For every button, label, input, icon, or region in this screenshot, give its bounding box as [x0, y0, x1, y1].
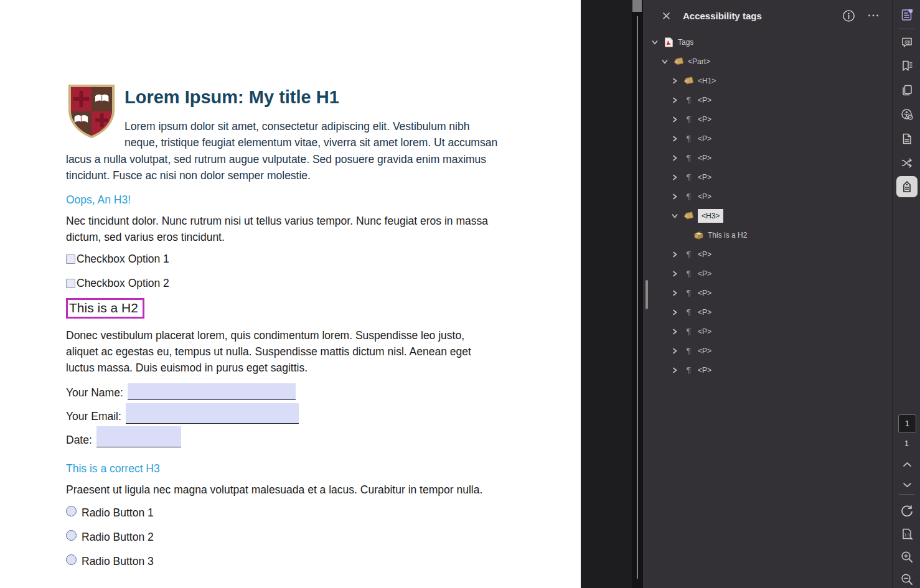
document-h3-correct: This is a correct H3 — [66, 461, 498, 476]
chevron-right-icon[interactable] — [670, 173, 679, 182]
radio-group: Radio Button 1Radio Button 2Radio Button… — [66, 506, 498, 569]
tree-row[interactable]: ¶<P> — [643, 264, 892, 283]
previous-page-button[interactable] — [898, 455, 916, 473]
text-field[interactable] — [96, 426, 181, 447]
tree-row[interactable]: ¶<P> — [643, 129, 892, 148]
comments-tool-button[interactable]: @ — [898, 34, 916, 51]
info-icon[interactable] — [841, 8, 856, 23]
field-label: Your Email: — [66, 409, 121, 424]
chevron-right-icon[interactable] — [670, 154, 679, 162]
chevron-right-icon[interactable] — [670, 269, 679, 278]
page-total: 1 — [893, 439, 920, 448]
document-h1: Lorem Ipsum: My title H1 — [66, 86, 498, 108]
tree-row[interactable]: <Part> — [643, 52, 892, 71]
accessibility-tags-tool-button[interactable] — [898, 6, 916, 24]
paragraph-icon: ¶ — [683, 307, 694, 317]
chevron-right-icon[interactable] — [670, 308, 679, 317]
tree-label: <P> — [698, 366, 711, 375]
tree-row[interactable]: This is a H2 — [643, 225, 892, 245]
tree-row[interactable]: ¶<P> — [643, 187, 892, 206]
tree-row[interactable]: ¶<P> — [643, 341, 892, 360]
chevron-right-icon[interactable] — [670, 115, 679, 124]
svg-text:¶: ¶ — [686, 308, 691, 317]
chevron-down-icon[interactable] — [650, 38, 659, 47]
zoom-in-icon[interactable] — [898, 548, 916, 566]
zoom-out-icon[interactable] — [898, 571, 916, 588]
bookmarks-tool-button[interactable] — [898, 57, 916, 75]
chevron-right-icon[interactable] — [670, 347, 679, 355]
paragraph-icon: ¶ — [683, 269, 694, 279]
chevron-right-icon[interactable] — [670, 289, 679, 297]
tree-row[interactable]: ¶<P> — [643, 322, 892, 341]
tree-label-selected: <H3> — [698, 209, 723, 223]
tree-row[interactable]: ¶<P> — [643, 148, 892, 167]
checkbox-label: Checkbox Option 2 — [77, 277, 169, 290]
tree-row[interactable]: ¶<P> — [643, 245, 892, 264]
tree-row[interactable]: <H3> — [643, 206, 892, 225]
chevron-right-icon[interactable] — [670, 96, 679, 105]
chevron-right-icon[interactable] — [670, 327, 679, 336]
tag-icon — [673, 57, 684, 67]
tree-row[interactable]: ¶<P> — [643, 167, 892, 187]
document-tool-button[interactable] — [898, 130, 916, 147]
refresh-icon[interactable] — [898, 503, 916, 520]
tree-row[interactable]: ¶<P> — [643, 110, 892, 129]
text-field[interactable] — [128, 383, 296, 400]
chevron-right-icon[interactable] — [670, 134, 679, 143]
tree-label: <P> — [698, 250, 711, 259]
tree-row[interactable]: ¶<P> — [643, 302, 892, 322]
document-h2-wrap: This is a H2 — [66, 298, 498, 319]
checkbox-label: Checkbox Option 1 — [77, 253, 169, 266]
close-icon[interactable] — [659, 9, 673, 22]
tree-label: <Part> — [688, 57, 710, 66]
radio-row: Radio Button 1 — [66, 506, 498, 520]
chevron-right-icon[interactable] — [670, 366, 679, 375]
document-scrollbar[interactable] — [632, 0, 643, 588]
more-options-icon[interactable] — [866, 8, 881, 23]
panel-scrollbar-thumb[interactable] — [645, 280, 648, 309]
radio-button[interactable] — [66, 530, 77, 541]
pdf-page-content: Lorem Ipsum: My title H1 Lorem ipsum dol… — [66, 81, 498, 569]
tree-label: <P> — [698, 134, 711, 143]
tree-row[interactable]: ¶<P> — [643, 360, 892, 380]
reading-order-tool-button[interactable] — [898, 154, 916, 172]
paragraph-icon: ¶ — [683, 153, 694, 163]
svg-text:¶: ¶ — [686, 347, 691, 355]
tree-row[interactable]: ¶<P> — [643, 90, 892, 110]
pdf-page: Lorem Ipsum: My title H1 Lorem ipsum dol… — [0, 0, 581, 588]
tool-rail: @ 1 1 1:1 — [892, 0, 920, 588]
svg-text:¶: ¶ — [686, 192, 691, 201]
pages-tool-button[interactable] — [898, 82, 916, 99]
tree-row[interactable]: <H1> — [643, 71, 892, 90]
field-label: Your Name: — [66, 385, 123, 400]
chevron-none — [680, 231, 689, 240]
svg-text:@: @ — [904, 38, 911, 45]
form-field-group: Your Name:Your Email:Date: — [66, 383, 498, 447]
radio-label: Radio Button 2 — [82, 531, 154, 544]
radio-button[interactable] — [66, 554, 77, 565]
scrollbar-thumb[interactable] — [632, 0, 642, 12]
radio-button[interactable] — [66, 506, 77, 516]
paragraph-icon: ¶ — [683, 134, 694, 144]
actual-size-icon[interactable]: 1:1 — [898, 525, 916, 543]
tags-tool-button-active[interactable] — [896, 176, 918, 197]
chevron-down-icon[interactable] — [670, 212, 679, 220]
page-number-input[interactable]: 1 — [898, 414, 916, 433]
tree-row[interactable]: Tags — [643, 32, 892, 52]
tree-row[interactable]: ¶<P> — [643, 283, 892, 302]
svg-text:¶: ¶ — [686, 269, 691, 278]
chevron-down-icon[interactable] — [660, 57, 669, 66]
chevron-right-icon[interactable] — [670, 192, 679, 201]
checkbox-row: Checkbox Option 2 — [66, 278, 498, 290]
next-page-button[interactable] — [898, 476, 916, 493]
document-paragraph: Donec vestibulum placerat lorem, quis co… — [66, 327, 498, 376]
radio-label: Radio Button 1 — [82, 506, 154, 520]
accessibility-check-tool-button[interactable] — [898, 106, 916, 123]
chevron-right-icon[interactable] — [670, 77, 679, 85]
checkbox[interactable] — [66, 279, 75, 288]
tree-label: <P> — [698, 327, 711, 336]
svg-text:¶: ¶ — [686, 115, 691, 124]
checkbox[interactable] — [66, 254, 75, 264]
chevron-right-icon[interactable] — [670, 250, 679, 259]
text-field[interactable] — [126, 403, 299, 424]
